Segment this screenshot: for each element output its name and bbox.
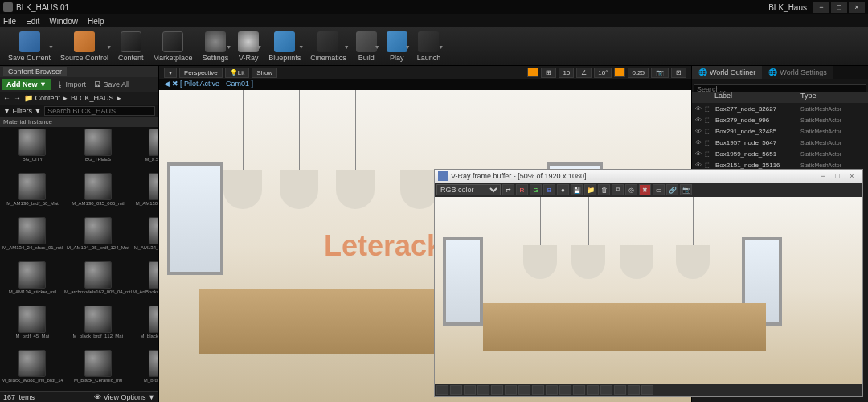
outliner-row[interactable]: 👁⬚Box291_node_32485StaticMeshActor [692, 125, 868, 137]
vfb-channel-select[interactable]: RGB color [436, 184, 501, 195]
material-item[interactable]: M_brdf_45_Mat [2, 306, 63, 349]
material-item[interactable]: M_AM130_095_007_mtl [133, 173, 158, 216]
vfb-stop-button[interactable]: ✖ [639, 184, 651, 195]
grid-snap-button[interactable]: ⊞ [541, 68, 556, 78]
vfb-lens-button[interactable] [600, 385, 612, 395]
visibility-icon[interactable]: 👁 [695, 162, 705, 169]
material-item[interactable]: M_black_plastic_mtl [133, 306, 158, 349]
vfb-render-view[interactable] [435, 197, 862, 384]
vfb-minimize-button[interactable]: − [816, 172, 830, 180]
material-item[interactable]: M_brdf_129_Mat [133, 350, 158, 391]
angle-snap-value[interactable]: 10° [594, 68, 612, 78]
close-button[interactable]: × [849, 2, 865, 13]
material-item[interactable]: M_AM134_24_shoe_01_mtl [2, 217, 63, 260]
material-item[interactable]: M_AM130_035_005_mtl [64, 173, 132, 216]
material-item[interactable]: M_AM130_brdf_60_Mat [2, 173, 63, 216]
vfb-info-button[interactable] [641, 385, 653, 395]
marketplace-button[interactable]: Marketplace [149, 30, 198, 64]
source-control-button[interactable]: Source Control▼ [55, 30, 113, 64]
vfb-load-button[interactable]: 📁 [584, 184, 596, 195]
vfb-compare-button[interactable] [628, 385, 640, 395]
play-button[interactable]: Play▼ [382, 30, 412, 64]
material-item[interactable]: M_AM134_38_DefaultMat [133, 217, 158, 260]
vfb-switch-icon[interactable]: ⇄ [502, 184, 514, 195]
vfb-ocio-button[interactable] [546, 385, 558, 395]
material-item[interactable]: M_AM134_35_brdf_124_Mat [64, 217, 132, 260]
viewport-options-button[interactable]: ▾ [164, 68, 177, 78]
material-item[interactable]: BG_CITY [2, 129, 63, 172]
import-button[interactable]: ⭳ Import [53, 79, 89, 90]
scale-snap-value[interactable]: 0.25 [628, 68, 649, 78]
tab-world-outliner[interactable]: 🌐 World Outliner [692, 66, 762, 79]
material-item[interactable]: BG_TREES [64, 129, 132, 172]
vfb-srgb-button[interactable] [573, 385, 585, 395]
material-item[interactable]: M_Black_Wood_mtl_brdf_14 [2, 350, 63, 391]
outliner-row[interactable]: 👁⬚Box1957_node_5647StaticMeshActor [692, 137, 868, 148]
visibility-icon[interactable]: 👁 [695, 139, 705, 146]
vfb-stamp-button[interactable] [587, 385, 599, 395]
menu-edit[interactable]: Edit [26, 17, 39, 26]
launch-button[interactable]: Launch▼ [412, 30, 446, 64]
outliner-row[interactable]: 👁⬚Box1959_node_5651StaticMeshActor [692, 148, 868, 159]
vfb-clear-button[interactable]: 🗑 [598, 184, 610, 195]
material-item[interactable]: M_black_brdf_112_Mat [64, 306, 132, 349]
view-options-button[interactable]: 👁 View Options ▼ [94, 393, 155, 401]
visibility-icon[interactable]: 👁 [695, 117, 705, 124]
visibility-icon[interactable]: 👁 [695, 105, 705, 113]
vfb-titlebar[interactable]: V-Ray frame buffer - [50% of 1920 x 1080… [435, 170, 862, 183]
settings-button[interactable]: Settings▼ [198, 30, 234, 64]
maximize-button[interactable]: □ [831, 2, 847, 13]
vfb-color-correct-button[interactable] [436, 385, 448, 395]
add-new-button[interactable]: Add New ▼ [2, 79, 51, 90]
vfb-whitebal-button[interactable] [477, 385, 489, 395]
vfb-region-button[interactable]: ▭ [653, 184, 665, 195]
menu-file[interactable]: File [3, 17, 16, 26]
menu-help[interactable]: Help [88, 17, 104, 26]
content-button[interactable]: Content [113, 30, 149, 64]
material-item[interactable]: M_ArtBooks_brdf_147_Mat [133, 261, 158, 305]
lit-button[interactable]: 💡Lit [225, 68, 249, 78]
vfb-link-button[interactable]: 🔗 [666, 184, 678, 195]
vfb-exposure-button[interactable] [464, 385, 476, 395]
cinematics-button[interactable]: Cinematics▼ [305, 30, 351, 64]
vray-frame-buffer-window[interactable]: V-Ray frame buffer - [50% of 1920 x 1080… [434, 169, 863, 397]
show-button[interactable]: Show [252, 68, 277, 78]
vray-button[interactable]: V-Ray▼ [233, 30, 264, 64]
project-tab[interactable]: BLK_HAUS.01 [16, 3, 69, 12]
outliner-row[interactable]: 👁⬚Box279_node_996StaticMeshActor [692, 114, 868, 125]
minimize-button[interactable]: − [813, 2, 829, 13]
vfb-mono-button[interactable]: ● [557, 184, 569, 195]
perspective-button[interactable]: Perspective [179, 68, 223, 78]
pilot-status[interactable]: ◀ ✖ [ Pilot Active - Cam01 ] [159, 79, 691, 90]
build-button[interactable]: Build▼ [351, 30, 382, 64]
vfb-track-button[interactable]: ◎ [625, 184, 637, 195]
vfb-close-button[interactable]: × [845, 172, 859, 180]
vfb-bg-button[interactable] [518, 385, 530, 395]
save-button[interactable]: Save Current▼ [3, 30, 55, 64]
blueprints-button[interactable]: Blueprints▼ [264, 30, 305, 64]
vfb-channel-b-button[interactable]: B [543, 184, 555, 195]
visibility-icon[interactable]: 👁 [695, 150, 705, 158]
vfb-clone-button[interactable]: ⧉ [612, 184, 624, 195]
vfb-curves-button[interactable] [450, 385, 462, 395]
content-search-input[interactable] [44, 106, 155, 116]
outliner-row[interactable]: 👁⬚Box277_node_32627StaticMeshActor [692, 103, 868, 114]
vfb-channel-g-button[interactable]: G [530, 184, 542, 195]
material-item[interactable]: M_a.S_003_mtl [133, 129, 158, 172]
visibility-icon[interactable]: 👁 [695, 128, 705, 135]
breadcrumb[interactable]: ←→ 📁 Content ▸ BLCK_HAUS ▸ [0, 92, 158, 105]
vfb-save-button[interactable]: 💾 [571, 184, 583, 195]
vfb-maximize-button[interactable]: □ [830, 172, 845, 180]
content-browser-tab[interactable]: Content Browser [3, 67, 67, 76]
scale-snap-icon[interactable] [614, 68, 625, 77]
material-item[interactable]: M_AM134_sticker_mtl [2, 261, 63, 305]
angle-snap-button[interactable]: ∠ [576, 68, 592, 78]
viewport-maximize-button[interactable]: ⊡ [671, 68, 686, 78]
material-item[interactable]: M_archmodels162_005_04_mtl [64, 261, 132, 305]
camera-speed-button[interactable]: 📷 [651, 68, 669, 78]
vfb-history-button[interactable]: 📷 [680, 184, 692, 195]
vfb-levels-button[interactable] [505, 385, 517, 395]
transform-icon[interactable] [527, 68, 538, 77]
material-item[interactable]: M_Black_Ceramic_mtl [64, 350, 132, 391]
filters-button[interactable]: ▼ Filters ▼ [3, 107, 41, 115]
